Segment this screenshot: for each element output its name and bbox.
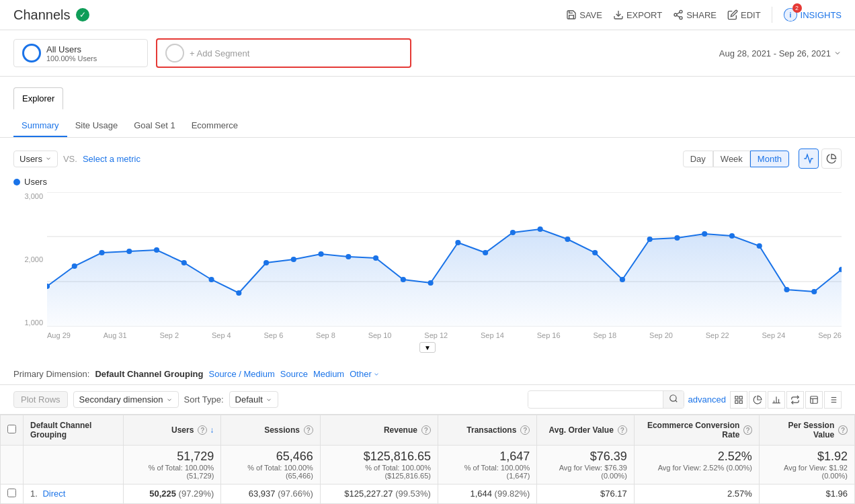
chevron-down-icon [45, 155, 52, 162]
svg-point-32 [565, 237, 570, 242]
conv-rate-help-icon[interactable]: ? [743, 425, 752, 435]
svg-point-16 [126, 249, 132, 254]
add-segment-circle [165, 44, 184, 62]
week-button[interactable]: Week [713, 151, 750, 167]
pivot-icon[interactable] [805, 391, 823, 409]
time-buttons: Day Week Month [683, 151, 789, 167]
svg-rect-48 [735, 401, 738, 403]
tab-ecommerce[interactable]: Ecommerce [184, 115, 246, 137]
insights-badge: 2 [792, 3, 802, 13]
users-sort-arrow[interactable]: ↓ [210, 425, 214, 435]
edit-button[interactable]: EDIT [727, 9, 761, 20]
source-link[interactable]: Source [280, 369, 308, 379]
search-input[interactable] [528, 392, 663, 407]
explorer-tab[interactable]: Explorer [13, 87, 63, 110]
pie-view-icon[interactable] [749, 391, 766, 409]
secondary-dimension-dropdown[interactable]: Secondary dimension [73, 391, 179, 408]
channel-link-direct[interactable]: Direct [42, 489, 65, 499]
svg-point-19 [208, 277, 214, 282]
legend-dot [13, 179, 20, 185]
svg-point-35 [647, 237, 653, 242]
users-help-icon[interactable]: ? [198, 425, 207, 435]
svg-point-23 [319, 251, 324, 257]
chart-expand-button[interactable]: ▼ [419, 342, 436, 353]
svg-rect-53 [811, 396, 818, 403]
header-users: Users ? ↓ [123, 415, 220, 446]
share-button[interactable]: SHARE [673, 9, 717, 20]
svg-point-34 [620, 277, 625, 282]
source-medium-link[interactable]: Source / Medium [208, 369, 274, 379]
divider [772, 7, 772, 23]
svg-point-40 [784, 287, 789, 292]
tab-site-usage[interactable]: Site Usage [67, 115, 126, 137]
svg-point-36 [674, 235, 680, 241]
metric-selector[interactable]: Users [13, 151, 58, 167]
select-metric[interactable]: Select a metric [83, 154, 140, 164]
line-chart-icon[interactable] [799, 149, 819, 169]
svg-point-33 [592, 250, 598, 255]
totals-row: 51,729 % of Total: 100.00% (51,729) 65,4… [1, 446, 855, 485]
svg-line-5 [677, 12, 680, 14]
select-all-checkbox[interactable] [7, 425, 16, 433]
svg-line-4 [677, 15, 680, 17]
chevron-down-icon [373, 371, 380, 378]
svg-point-39 [757, 243, 762, 249]
verified-icon: ✓ [76, 8, 89, 22]
explorer-section: Explorer Summary Site Usage Goal Set 1 E… [0, 77, 855, 138]
plot-rows-button[interactable]: Plot Rows [13, 391, 68, 408]
insights-button[interactable]: i 2 INSIGHTS [783, 7, 842, 22]
svg-point-17 [154, 247, 159, 253]
header-revenue: Revenue ? [320, 415, 438, 446]
svg-point-1 [680, 10, 682, 13]
compare-icon[interactable] [786, 391, 804, 409]
header-per-session: Per Session Value ? [759, 415, 854, 446]
revenue-help-icon[interactable]: ? [421, 425, 431, 435]
export-button[interactable]: EXPORT [613, 9, 662, 20]
data-table: Default Channel Grouping Users ? ↓ Sessi… [0, 415, 855, 504]
month-button[interactable]: Month [750, 151, 789, 167]
transactions-help-icon[interactable]: ? [520, 425, 530, 435]
date-range-picker[interactable]: Aug 28, 2021 - Sep 26, 2021 [719, 48, 842, 58]
table-view-icons [730, 391, 842, 409]
svg-point-25 [373, 255, 378, 261]
tab-summary[interactable]: Summary [13, 115, 67, 137]
top-bar: Channels ✓ SAVE EXPORT SHARE EDIT i 2 IN… [0, 0, 855, 30]
all-users-segment: All Users 100.00% Users [13, 39, 148, 67]
svg-point-27 [428, 280, 434, 286]
svg-point-26 [401, 277, 406, 282]
day-button[interactable]: Day [683, 151, 713, 167]
table-grid-icon[interactable] [730, 391, 747, 409]
avg-order-help-icon[interactable]: ? [618, 425, 627, 435]
svg-rect-46 [739, 396, 742, 398]
segment-circle [22, 44, 41, 62]
row-checkbox[interactable] [7, 489, 16, 497]
search-button[interactable] [663, 391, 684, 408]
bar-view-icon[interactable] [768, 391, 785, 409]
svg-text:i: i [789, 11, 791, 19]
filter-row: Plot Rows Secondary dimension Sort Type:… [0, 385, 855, 415]
svg-point-24 [345, 254, 351, 259]
primary-dimension-bar: Primary Dimension: Default Channel Group… [0, 364, 855, 385]
sessions-help-icon[interactable]: ? [304, 425, 313, 435]
sort-type-dropdown[interactable]: Default [229, 391, 278, 408]
svg-point-31 [538, 226, 543, 232]
advanced-link[interactable]: advanced [688, 394, 726, 405]
svg-point-28 [455, 240, 460, 245]
add-segment-button[interactable]: + Add Segment [156, 38, 411, 68]
segment-sub: 100.00% Users [46, 54, 97, 62]
per-session-help-icon[interactable]: ? [838, 425, 848, 435]
pie-chart-icon[interactable] [821, 149, 842, 169]
svg-point-29 [483, 250, 488, 255]
svg-point-38 [729, 233, 735, 239]
export-icon [613, 9, 624, 20]
save-button[interactable]: SAVE [566, 9, 602, 20]
custom-view-icon[interactable] [824, 391, 842, 409]
tab-goal-set[interactable]: Goal Set 1 [126, 115, 183, 137]
svg-line-44 [675, 401, 677, 403]
chart-legend: Users [13, 177, 842, 187]
svg-point-21 [263, 260, 269, 265]
other-dropdown[interactable]: Other [350, 369, 380, 379]
svg-point-43 [669, 395, 676, 401]
medium-link[interactable]: Medium [313, 369, 344, 379]
segment-name: All Users [46, 44, 97, 54]
